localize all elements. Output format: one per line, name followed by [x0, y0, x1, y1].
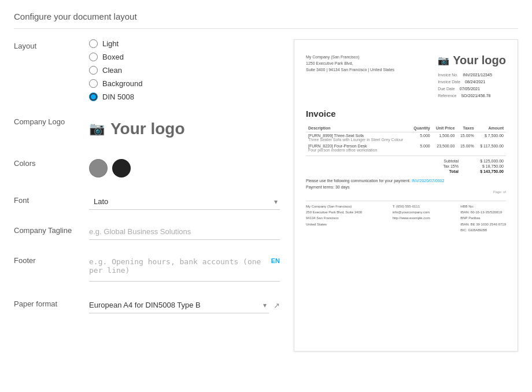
- inv-meta-val-2: 08/24/2021: [465, 79, 485, 86]
- inv-meta-val-1: INV/2021/12345: [463, 72, 492, 79]
- subtotal-value: $ 125,000.00: [463, 159, 504, 163]
- th-quantity: Quantity: [411, 124, 433, 132]
- inv-meta-row-1: Invoice No. INV/2021/12345: [438, 72, 506, 79]
- td-qty-1: 5.000: [411, 132, 433, 143]
- inv-meta-val-4: SO/2021/456.78: [461, 93, 490, 99]
- camera-icon: 📷: [89, 121, 105, 136]
- tagline-input[interactable]: [89, 224, 280, 240]
- company-logo-area[interactable]: 📷 Your logo: [89, 115, 280, 143]
- layout-options: Light Boxed Clean Background: [89, 39, 280, 101]
- subtotal-label: Subtotal: [428, 159, 463, 163]
- td-taxes-1: 15.00%: [457, 132, 476, 143]
- invoice-footer: My Company (San Francisco) 250 Executive…: [306, 201, 506, 233]
- invoice-page-info: Page: of: [306, 190, 506, 194]
- td-desc-1: [FURN_8999] Three-Seat Sofa Three Seater…: [306, 132, 411, 143]
- td-desc-2: [FURN_8220] Four-Person Desk Four person…: [306, 143, 411, 153]
- total-value: $ 143,750.00: [463, 169, 504, 173]
- invoice-preview: My Company (San Francisco) 1250 Executiv…: [294, 39, 518, 352]
- invoice-payment-info: Please use the following communication f…: [306, 177, 506, 190]
- radio-background[interactable]: [89, 79, 98, 88]
- paper-format-label: Paper format: [14, 297, 89, 308]
- table-row: [FURN_8220] Four-Person Desk Four person…: [306, 143, 506, 153]
- radio-clean[interactable]: [89, 66, 98, 75]
- invoice-logo-meta: 📷 Your logo Invoice No. INV/2021/12345 I…: [438, 54, 506, 99]
- radio-clean-label: Clean: [102, 66, 122, 75]
- radio-boxed[interactable]: [89, 53, 98, 61]
- subtotal-row: Subtotal $ 125,000.00: [306, 158, 506, 164]
- inv-meta-val-3: 07/05/2021: [460, 86, 480, 93]
- radio-item-background[interactable]: Background: [89, 79, 280, 88]
- td-amount-1: $ 7,500.00: [476, 132, 506, 143]
- footer-col-3: HBB No: IBAN: 60-16-13-35/526819 BNP Par…: [460, 204, 506, 233]
- radio-light[interactable]: [89, 39, 98, 48]
- en-badge[interactable]: EN: [271, 257, 280, 264]
- radio-item-light[interactable]: Light: [89, 39, 280, 48]
- td-price-2: 23,500.00: [433, 143, 457, 153]
- paper-select-wrapper: European A4 for DIN5008 Type B European …: [89, 297, 269, 313]
- payment-terms: Payment terms: 30 days: [306, 185, 349, 189]
- inv-meta-key-3: Due Date: [438, 86, 455, 93]
- paper-format-control: European A4 for DIN5008 Type B European …: [89, 297, 280, 313]
- invoice-preview-panel: My Company (San Francisco) 1250 Executiv…: [294, 39, 518, 352]
- footer-label: Footer: [14, 254, 89, 265]
- invoice-meta: Invoice No. INV/2021/12345 Invoice Date …: [438, 72, 506, 99]
- footer-wrapper: EN: [89, 254, 280, 283]
- paper-format-row: Paper format European A4 for DIN5008 Typ…: [14, 297, 280, 313]
- td-price-1: 1,500.00: [433, 132, 457, 143]
- colors-label: Colors: [14, 157, 89, 168]
- color-swatch-1[interactable]: [89, 159, 108, 177]
- inv-camera-icon: 📷: [438, 55, 449, 66]
- td-taxes-2: 15.00%: [457, 143, 476, 153]
- external-link-icon[interactable]: ↗: [274, 301, 280, 310]
- font-control: Lato Roboto Open Sans Arial Times New Ro…: [89, 194, 280, 210]
- tax-value: $ 18,750.00: [463, 164, 504, 168]
- radio-din5008[interactable]: [89, 93, 98, 101]
- invoice-company-address: My Company (San Francisco) 1250 Executiv…: [306, 54, 394, 73]
- tax-row: Tax 15% $ 18,750.00: [306, 164, 506, 169]
- total-label: Total: [428, 169, 463, 173]
- payment-title: Please use the following communication f…: [306, 179, 411, 183]
- tagline-control: [89, 224, 280, 240]
- inv-meta-key-1: Invoice No.: [438, 72, 458, 79]
- radio-item-clean[interactable]: Clean: [89, 66, 280, 75]
- td-qty-2: 5.000: [411, 143, 433, 153]
- radio-item-din5008[interactable]: DIN 5008: [89, 93, 280, 101]
- tax-label: Tax 15%: [428, 164, 463, 168]
- invoice-header: My Company (San Francisco) 1250 Executiv…: [306, 54, 506, 99]
- layout-label: Layout: [14, 39, 89, 50]
- invoice-company-info: My Company (San Francisco) 1250 Executiv…: [306, 54, 394, 73]
- logo-display[interactable]: 📷 Your logo: [89, 115, 280, 143]
- inv-meta-row-4: Reference SO/2021/456.78: [438, 93, 506, 99]
- invoice-logo: 📷 Your logo: [438, 54, 506, 67]
- inv-company-addr1: 1250 Executive Park Blvd,: [306, 61, 353, 65]
- inv-company-name: My Company (San Francisco): [306, 55, 360, 59]
- total-row: Total $ 143,750.00: [306, 169, 506, 174]
- td-amount-2: $ 117,500.00: [476, 143, 506, 153]
- inv-meta-key-2: Invoice Date: [438, 79, 460, 86]
- logo-text: Your logo: [110, 120, 185, 138]
- layout-row: Layout Light Boxed Clean: [14, 39, 280, 101]
- invoice-title: Invoice: [306, 109, 506, 119]
- company-logo-row: Company Logo 📷 Your logo: [14, 115, 280, 143]
- left-panel: Layout Light Boxed Clean: [14, 39, 280, 352]
- radio-item-boxed[interactable]: Boxed: [89, 53, 280, 61]
- footer-col-1: My Company (San Francisco) 250 Executive…: [306, 204, 362, 233]
- inv-meta-key-4: Reference: [438, 93, 456, 99]
- radio-din5008-label: DIN 5008: [102, 93, 134, 101]
- color-swatches: [89, 157, 280, 180]
- page-title: Configure your document layout: [14, 12, 518, 29]
- inv-company-addr2: Suite 3400 | 94134 San Francisco | Unite…: [306, 68, 394, 72]
- radio-background-label: Background: [102, 79, 142, 88]
- footer-input[interactable]: [89, 254, 280, 282]
- payment-ref: INV/2020/07/0002: [412, 179, 444, 183]
- paper-format-select[interactable]: European A4 for DIN5008 Type B European …: [89, 297, 269, 313]
- color-swatch-2[interactable]: [112, 159, 131, 177]
- paper-format-input-row: European A4 for DIN5008 Type B European …: [89, 297, 280, 313]
- footer-col-2: T: (650) 555-0111 info@yourcompany.com h…: [393, 204, 430, 233]
- font-select[interactable]: Lato Roboto Open Sans Arial Times New Ro…: [89, 194, 280, 210]
- colors-control: [89, 157, 280, 180]
- font-select-wrapper: Lato Roboto Open Sans Arial Times New Ro…: [89, 194, 280, 210]
- page-number: Page: of: [493, 190, 506, 194]
- tagline-row: Company Tagline: [14, 224, 280, 240]
- radio-boxed-label: Boxed: [102, 53, 124, 61]
